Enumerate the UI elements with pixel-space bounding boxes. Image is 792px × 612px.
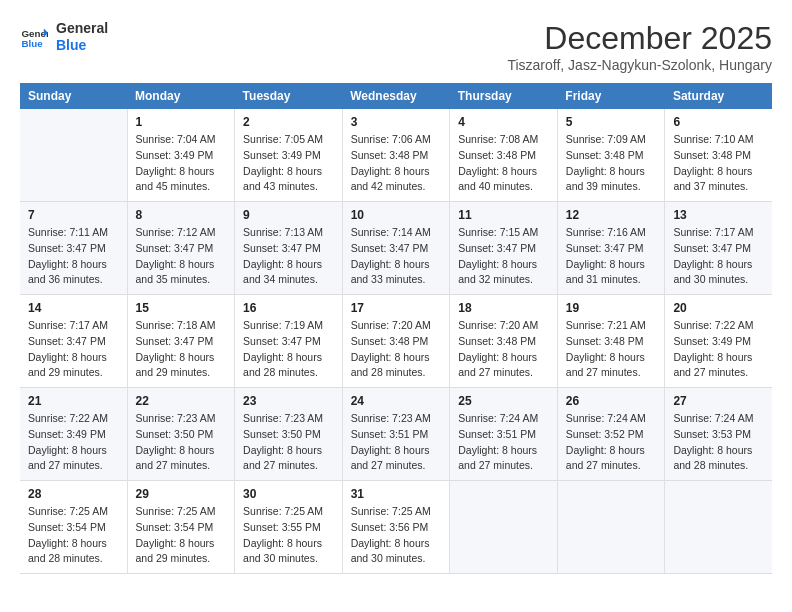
day-info: Sunrise: 7:15 AM Sunset: 3:47 PM Dayligh… [458,225,549,288]
calendar-cell: 15Sunrise: 7:18 AM Sunset: 3:47 PM Dayli… [127,295,235,388]
day-number: 4 [458,115,549,129]
calendar-cell: 30Sunrise: 7:25 AM Sunset: 3:55 PM Dayli… [235,481,343,574]
day-info: Sunrise: 7:04 AM Sunset: 3:49 PM Dayligh… [136,132,227,195]
calendar-week-row: 28Sunrise: 7:25 AM Sunset: 3:54 PM Dayli… [20,481,772,574]
day-number: 5 [566,115,657,129]
calendar-cell: 29Sunrise: 7:25 AM Sunset: 3:54 PM Dayli… [127,481,235,574]
calendar-week-row: 7Sunrise: 7:11 AM Sunset: 3:47 PM Daylig… [20,202,772,295]
day-info: Sunrise: 7:12 AM Sunset: 3:47 PM Dayligh… [136,225,227,288]
calendar-week-row: 21Sunrise: 7:22 AM Sunset: 3:49 PM Dayli… [20,388,772,481]
day-info: Sunrise: 7:16 AM Sunset: 3:47 PM Dayligh… [566,225,657,288]
calendar-cell: 7Sunrise: 7:11 AM Sunset: 3:47 PM Daylig… [20,202,127,295]
day-number: 24 [351,394,442,408]
calendar-cell: 9Sunrise: 7:13 AM Sunset: 3:47 PM Daylig… [235,202,343,295]
page-title: December 2025 [507,20,772,57]
day-number: 13 [673,208,764,222]
day-info: Sunrise: 7:20 AM Sunset: 3:48 PM Dayligh… [458,318,549,381]
day-info: Sunrise: 7:18 AM Sunset: 3:47 PM Dayligh… [136,318,227,381]
day-info: Sunrise: 7:22 AM Sunset: 3:49 PM Dayligh… [28,411,119,474]
day-number: 12 [566,208,657,222]
day-info: Sunrise: 7:06 AM Sunset: 3:48 PM Dayligh… [351,132,442,195]
day-number: 28 [28,487,119,501]
day-number: 22 [136,394,227,408]
day-number: 16 [243,301,334,315]
calendar-cell: 25Sunrise: 7:24 AM Sunset: 3:51 PM Dayli… [450,388,558,481]
calendar-cell: 24Sunrise: 7:23 AM Sunset: 3:51 PM Dayli… [342,388,450,481]
day-info: Sunrise: 7:09 AM Sunset: 3:48 PM Dayligh… [566,132,657,195]
calendar-cell [665,481,772,574]
day-info: Sunrise: 7:25 AM Sunset: 3:54 PM Dayligh… [28,504,119,567]
day-number: 27 [673,394,764,408]
calendar-cell: 13Sunrise: 7:17 AM Sunset: 3:47 PM Dayli… [665,202,772,295]
calendar-cell [450,481,558,574]
day-info: Sunrise: 7:25 AM Sunset: 3:54 PM Dayligh… [136,504,227,567]
header-day: Monday [127,83,235,109]
page-subtitle: Tiszaroff, Jasz-Nagykun-Szolonk, Hungary [507,57,772,73]
header-day: Saturday [665,83,772,109]
day-info: Sunrise: 7:21 AM Sunset: 3:48 PM Dayligh… [566,318,657,381]
day-number: 23 [243,394,334,408]
day-info: Sunrise: 7:20 AM Sunset: 3:48 PM Dayligh… [351,318,442,381]
day-info: Sunrise: 7:24 AM Sunset: 3:53 PM Dayligh… [673,411,764,474]
calendar-cell: 20Sunrise: 7:22 AM Sunset: 3:49 PM Dayli… [665,295,772,388]
day-info: Sunrise: 7:23 AM Sunset: 3:51 PM Dayligh… [351,411,442,474]
day-number: 21 [28,394,119,408]
day-info: Sunrise: 7:13 AM Sunset: 3:47 PM Dayligh… [243,225,334,288]
header-row: SundayMondayTuesdayWednesdayThursdayFrid… [20,83,772,109]
calendar-cell: 5Sunrise: 7:09 AM Sunset: 3:48 PM Daylig… [557,109,665,202]
day-info: Sunrise: 7:08 AM Sunset: 3:48 PM Dayligh… [458,132,549,195]
calendar-week-row: 1Sunrise: 7:04 AM Sunset: 3:49 PM Daylig… [20,109,772,202]
logo-line2: Blue [56,37,108,54]
day-info: Sunrise: 7:22 AM Sunset: 3:49 PM Dayligh… [673,318,764,381]
calendar-cell [20,109,127,202]
header-day: Tuesday [235,83,343,109]
day-number: 1 [136,115,227,129]
calendar-cell: 26Sunrise: 7:24 AM Sunset: 3:52 PM Dayli… [557,388,665,481]
day-number: 15 [136,301,227,315]
calendar-cell: 31Sunrise: 7:25 AM Sunset: 3:56 PM Dayli… [342,481,450,574]
calendar-cell: 4Sunrise: 7:08 AM Sunset: 3:48 PM Daylig… [450,109,558,202]
calendar-cell: 3Sunrise: 7:06 AM Sunset: 3:48 PM Daylig… [342,109,450,202]
day-info: Sunrise: 7:11 AM Sunset: 3:47 PM Dayligh… [28,225,119,288]
calendar-cell: 19Sunrise: 7:21 AM Sunset: 3:48 PM Dayli… [557,295,665,388]
day-info: Sunrise: 7:14 AM Sunset: 3:47 PM Dayligh… [351,225,442,288]
logo: General Blue General Blue [20,20,108,54]
day-number: 3 [351,115,442,129]
calendar-cell: 6Sunrise: 7:10 AM Sunset: 3:48 PM Daylig… [665,109,772,202]
day-info: Sunrise: 7:23 AM Sunset: 3:50 PM Dayligh… [243,411,334,474]
day-number: 18 [458,301,549,315]
header-day: Wednesday [342,83,450,109]
calendar-cell: 17Sunrise: 7:20 AM Sunset: 3:48 PM Dayli… [342,295,450,388]
header-day: Thursday [450,83,558,109]
calendar-cell: 11Sunrise: 7:15 AM Sunset: 3:47 PM Dayli… [450,202,558,295]
day-number: 26 [566,394,657,408]
day-number: 2 [243,115,334,129]
calendar-cell: 10Sunrise: 7:14 AM Sunset: 3:47 PM Dayli… [342,202,450,295]
calendar-table: SundayMondayTuesdayWednesdayThursdayFrid… [20,83,772,574]
day-number: 31 [351,487,442,501]
day-number: 10 [351,208,442,222]
day-number: 30 [243,487,334,501]
day-info: Sunrise: 7:25 AM Sunset: 3:55 PM Dayligh… [243,504,334,567]
day-number: 19 [566,301,657,315]
logo-line1: General [56,20,108,37]
calendar-cell: 28Sunrise: 7:25 AM Sunset: 3:54 PM Dayli… [20,481,127,574]
day-number: 29 [136,487,227,501]
calendar-cell: 16Sunrise: 7:19 AM Sunset: 3:47 PM Dayli… [235,295,343,388]
logo-icon: General Blue [20,23,48,51]
calendar-cell: 1Sunrise: 7:04 AM Sunset: 3:49 PM Daylig… [127,109,235,202]
day-number: 11 [458,208,549,222]
day-info: Sunrise: 7:24 AM Sunset: 3:51 PM Dayligh… [458,411,549,474]
svg-text:Blue: Blue [21,38,43,49]
day-number: 25 [458,394,549,408]
day-number: 14 [28,301,119,315]
day-info: Sunrise: 7:25 AM Sunset: 3:56 PM Dayligh… [351,504,442,567]
day-number: 6 [673,115,764,129]
day-info: Sunrise: 7:05 AM Sunset: 3:49 PM Dayligh… [243,132,334,195]
day-info: Sunrise: 7:17 AM Sunset: 3:47 PM Dayligh… [28,318,119,381]
day-info: Sunrise: 7:19 AM Sunset: 3:47 PM Dayligh… [243,318,334,381]
calendar-cell: 23Sunrise: 7:23 AM Sunset: 3:50 PM Dayli… [235,388,343,481]
calendar-body: 1Sunrise: 7:04 AM Sunset: 3:49 PM Daylig… [20,109,772,574]
day-number: 8 [136,208,227,222]
day-number: 7 [28,208,119,222]
